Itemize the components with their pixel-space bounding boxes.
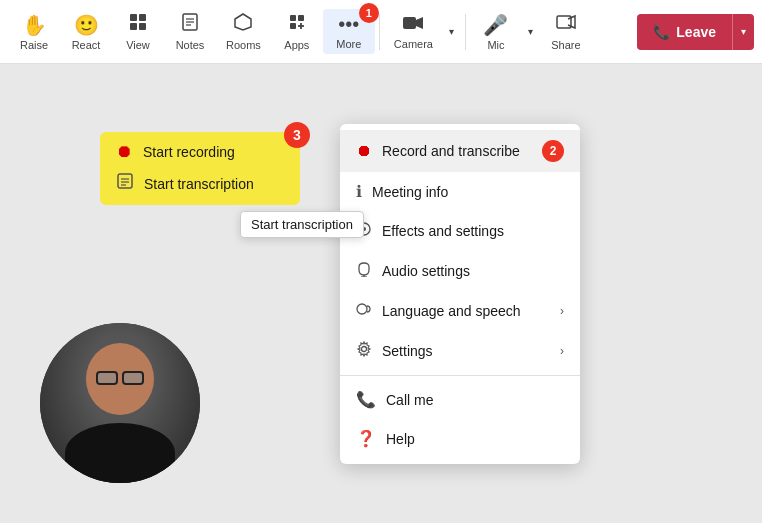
share-label: Share [551, 39, 580, 51]
svg-rect-9 [290, 15, 296, 21]
callout-recording-label: Start recording [143, 144, 235, 160]
mic-icon: 🎤 [483, 13, 508, 37]
toolbar-notes[interactable]: Notes [164, 8, 216, 55]
menu-divider [340, 375, 580, 376]
record-transcribe-label: Record and transcribe [382, 143, 532, 159]
toolbar-share[interactable]: Share [540, 8, 592, 55]
svg-rect-11 [290, 23, 296, 29]
mic-group: 🎤 Mic ▾ [470, 9, 540, 55]
toolbar-react[interactable]: 🙂 React [60, 9, 112, 55]
apps-icon [287, 12, 307, 37]
svg-point-25 [357, 304, 367, 314]
record-transcribe-icon: ⏺ [356, 142, 372, 160]
toolbar-view[interactable]: View [112, 8, 164, 55]
svg-rect-17 [118, 174, 132, 188]
menu-item-help[interactable]: ❓ Help [340, 419, 580, 458]
help-icon: ❓ [356, 429, 376, 448]
svg-rect-14 [403, 17, 416, 29]
toolbar-more[interactable]: ••• More 1 [323, 9, 375, 54]
badge-3: 3 [284, 122, 310, 148]
menu-item-audio-settings[interactable]: Audio settings [340, 251, 580, 291]
toolbar-divider-1 [379, 14, 380, 50]
svg-rect-10 [298, 15, 304, 21]
menu-item-effects-settings[interactable]: Effects and settings Start transcription [340, 211, 580, 251]
react-label: React [72, 39, 101, 51]
svg-rect-1 [139, 14, 146, 21]
toolbar-divider-2 [465, 14, 466, 50]
leave-chevron[interactable]: ▾ [732, 14, 754, 50]
leave-chevron-icon: ▾ [741, 26, 746, 37]
mic-chevron[interactable]: ▾ [522, 22, 540, 41]
toolbar-apps[interactable]: Apps [271, 8, 323, 55]
svg-point-26 [362, 347, 367, 352]
apps-label: Apps [284, 39, 309, 51]
menu-item-record-transcribe[interactable]: ⏺ Record and transcribe 2 [340, 130, 580, 172]
camera-label: Camera [394, 38, 433, 50]
more-badge: 1 [359, 3, 379, 23]
leave-main-area: 📞 Leave [637, 14, 732, 50]
audio-settings-icon [356, 261, 372, 281]
leave-button[interactable]: 📞 Leave ▾ [637, 14, 754, 50]
dropdown-menu: ⏺ Record and transcribe 2 ℹ Meeting info… [340, 124, 580, 464]
start-transcription-tooltip: Start transcription [240, 211, 364, 238]
more-label: More [336, 38, 361, 50]
effects-settings-label: Effects and settings [382, 223, 564, 239]
mic-label: Mic [487, 39, 504, 51]
svg-rect-2 [130, 23, 137, 30]
leave-phone-icon: 📞 [653, 24, 670, 40]
toolbar-raise[interactable]: ✋ Raise [8, 9, 60, 55]
settings-arrow: › [560, 344, 564, 358]
recording-icon: ⏺ [116, 142, 133, 162]
rooms-label: Rooms [226, 39, 261, 51]
notes-label: Notes [176, 39, 205, 51]
call-me-label: Call me [386, 392, 564, 408]
callout-transcription-label: Start transcription [144, 176, 254, 192]
leave-label: Leave [676, 24, 716, 40]
react-icon: 🙂 [74, 13, 99, 37]
help-label: Help [386, 431, 564, 447]
camera-chevron-icon: ▾ [449, 26, 454, 37]
menu-item-call-me[interactable]: 📞 Call me [340, 380, 580, 419]
share-icon [555, 12, 577, 37]
callout-item-transcription[interactable]: Start transcription [116, 172, 284, 195]
view-label: View [126, 39, 150, 51]
more-icon: ••• [338, 13, 359, 36]
rooms-icon [233, 12, 253, 37]
call-me-icon: 📞 [356, 390, 376, 409]
raise-icon: ✋ [22, 13, 47, 37]
raise-label: Raise [20, 39, 48, 51]
camera-group: Camera ▾ [384, 9, 461, 54]
transcription-icon [116, 172, 134, 195]
avatar-person [40, 323, 200, 483]
toolbar: ✋ Raise 🙂 React View Notes Rooms Apps ••… [0, 0, 762, 64]
svg-marker-15 [416, 17, 423, 29]
audio-settings-label: Audio settings [382, 263, 564, 279]
view-icon [128, 12, 148, 37]
toolbar-camera[interactable]: Camera [384, 9, 443, 54]
mic-chevron-icon: ▾ [528, 26, 533, 37]
language-speech-label: Language and speech [382, 303, 550, 319]
menu-item-meeting-info[interactable]: ℹ Meeting info [340, 172, 580, 211]
menu-item-language-speech[interactable]: Language and speech › [340, 291, 580, 331]
meeting-info-label: Meeting info [372, 184, 564, 200]
menu-item-settings[interactable]: Settings › [340, 331, 580, 371]
avatar [40, 323, 200, 483]
badge-2: 2 [542, 140, 564, 162]
language-speech-icon [356, 301, 372, 321]
svg-rect-3 [139, 23, 146, 30]
language-speech-arrow: › [560, 304, 564, 318]
camera-chevron[interactable]: ▾ [443, 22, 461, 41]
svg-marker-8 [235, 14, 251, 30]
toolbar-mic[interactable]: 🎤 Mic [470, 9, 522, 55]
callout-item-recording[interactable]: ⏺ Start recording [116, 142, 284, 162]
settings-label: Settings [382, 343, 550, 359]
settings-icon [356, 341, 372, 361]
toolbar-rooms[interactable]: Rooms [216, 8, 271, 55]
main-area: ⏺ Start recording Start transcription 3 … [0, 64, 762, 523]
svg-rect-0 [130, 14, 137, 21]
meeting-info-icon: ℹ [356, 182, 362, 201]
camera-icon [402, 13, 424, 36]
callout-box: ⏺ Start recording Start transcription 3 [100, 132, 300, 205]
notes-icon [180, 12, 200, 37]
